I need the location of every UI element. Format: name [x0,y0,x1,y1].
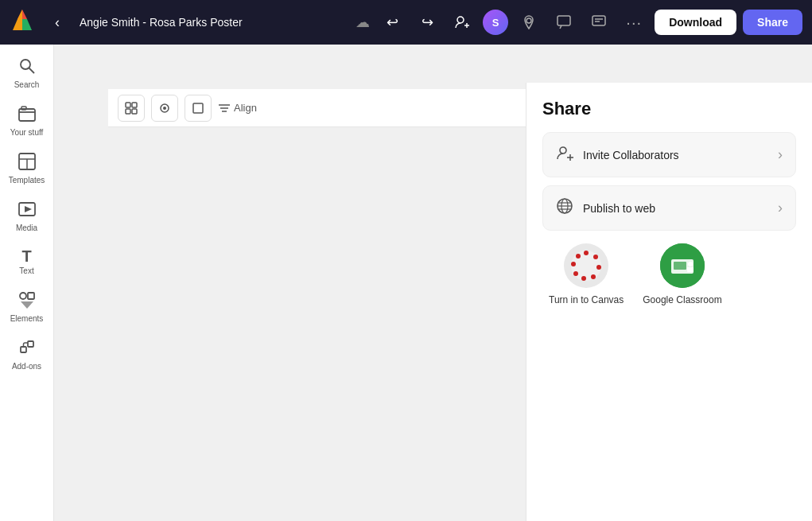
invite-chevron-icon: › [778,146,783,163]
svg-rect-26 [126,103,130,107]
invite-option-left: Invite Collaborators [556,144,679,165]
add-collaborator-button[interactable] [448,8,476,37]
classroom-app-icon [660,243,705,288]
user-avatar[interactable]: S [483,10,508,35]
location-icon-button[interactable] [515,8,543,37]
svg-marker-3 [13,10,22,30]
classroom-app-label: Google Classroom [643,294,721,305]
svg-rect-14 [19,109,35,121]
svg-point-51 [571,262,576,266]
magic-button[interactable] [151,95,178,122]
svg-rect-22 [28,293,34,299]
topbar-actions: ↩ ↪ S [378,8,802,37]
google-classroom-app[interactable]: Google Classroom [643,243,721,305]
svg-point-52 [576,254,581,259]
svg-point-4 [457,17,464,23]
templates-icon [18,153,36,173]
sidebar-item-search[interactable]: Search [0,51,53,95]
share-panel: Share Invite Collaborators › [526,83,812,521]
svg-rect-8 [558,16,570,25]
addons-icon [18,339,36,360]
sidebar-label-media: Media [16,224,37,232]
canvas-app-icon [564,243,608,288]
svg-point-7 [526,18,531,23]
svg-rect-9 [592,16,605,25]
main-layout: Search Your stuff Templates [0,45,812,521]
svg-rect-25 [28,341,33,347]
svg-rect-27 [132,103,137,107]
your-stuff-icon [18,105,36,126]
svg-point-21 [20,293,26,299]
elements-icon [18,291,36,312]
svg-point-48 [591,274,596,279]
svg-point-56 [688,262,693,266]
svg-marker-23 [21,301,33,309]
share-panel-title: Share [542,99,796,119]
invite-collaborators-option[interactable]: Invite Collaborators › [542,132,796,177]
sidebar-label-addons: Add-ons [12,362,41,371]
svg-point-50 [573,271,578,276]
sidebar-label-text: Text [19,266,33,275]
svg-rect-15 [21,107,26,110]
svg-point-45 [584,251,589,255]
svg-point-49 [581,276,586,281]
publish-option-left: Publish to web [556,197,655,219]
text-icon: T [21,248,31,264]
sidebar-label-elements: Elements [10,314,44,323]
svg-rect-29 [132,109,137,114]
sidebar-item-addons[interactable]: Add-ons [0,332,53,377]
svg-point-31 [163,107,166,110]
svg-rect-28 [126,109,130,114]
publish-label: Publish to web [583,202,655,215]
comment-button[interactable] [550,8,578,37]
media-icon [18,200,36,221]
download-button[interactable]: Download [655,10,736,35]
svg-rect-57 [687,267,694,272]
svg-point-47 [596,265,601,270]
cloud-sync-icon: ☁ [355,14,370,31]
share-button[interactable]: Share [743,10,802,35]
more-options-button[interactable]: ··· [620,8,648,37]
sidebar-item-templates[interactable]: Templates [0,146,53,191]
svg-point-46 [593,255,598,259]
frame-button[interactable] [185,95,212,122]
sidebar: Search Your stuff Templates [0,45,54,521]
invite-label: Invite Collaborators [583,149,679,161]
share-apps: Turn in to Canvas Google [542,243,796,305]
align-control[interactable]: Align [218,102,257,115]
svg-line-13 [29,68,34,73]
content-area: Align Page 1 / 1 - Add title Rosa Parks … [54,45,812,521]
sidebar-item-elements[interactable]: Elements [0,285,53,329]
sidebar-label-templates: Templates [9,176,45,185]
sidebar-label-search: Search [14,80,40,89]
sidebar-item-your-stuff[interactable]: Your stuff [0,99,53,143]
grid-view-button[interactable] [118,95,145,122]
publish-chevron-icon: › [778,200,783,216]
svg-rect-55 [674,262,686,270]
redo-button[interactable]: ↪ [413,8,441,37]
search-icon [18,57,36,78]
align-label: Align [234,102,257,114]
undo-button[interactable]: ↩ [378,8,406,37]
invite-icon [556,144,573,165]
topbar: ‹ Angie Smith - Rosa Parks Poster ☁ ↩ ↪ … [0,0,812,45]
publish-to-web-option[interactable]: Publish to web › [542,185,796,231]
publish-icon [556,197,573,219]
sidebar-item-text[interactable]: T Text [0,242,53,282]
svg-point-36 [560,147,566,154]
svg-marker-20 [25,206,32,212]
sidebar-item-media[interactable]: Media [0,194,53,239]
app-logo [10,8,35,37]
document-title: Angie Smith - Rosa Parks Poster [80,16,348,29]
activity-button[interactable] [585,8,613,37]
canvas-app[interactable]: Turn in to Canvas [549,243,624,305]
back-button[interactable]: ‹ [43,8,72,37]
svg-rect-24 [21,347,26,352]
canvas-app-label: Turn in to Canvas [549,294,624,305]
svg-rect-32 [193,103,203,113]
sidebar-label-your-stuff: Your stuff [10,128,44,137]
